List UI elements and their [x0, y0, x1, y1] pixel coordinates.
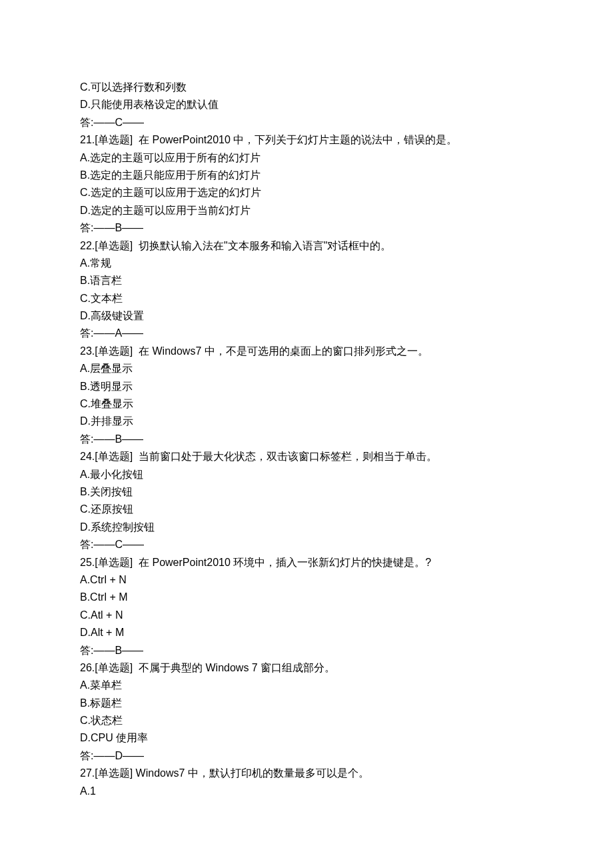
text-line: D.只能使用表格设定的默认值 — [80, 96, 533, 113]
text-line: 答:——B—— — [80, 431, 533, 448]
text-line: D.系统控制按钮 — [80, 519, 533, 536]
text-line: 22.[单选题] 切换默认输入法在"文本服务和输入语言"对话框中的。 — [80, 237, 533, 255]
text-line: B.透明显示 — [80, 378, 533, 395]
text-line: C.文本栏 — [80, 290, 533, 307]
text-line: A.层叠显示 — [80, 360, 533, 377]
text-line: 21.[单选题] 在 PowerPoint2010 中，下列关于幻灯片主题的说法… — [80, 131, 533, 149]
text-line: A.最小化按钮 — [80, 466, 533, 483]
text-line: C.可以选择行数和列数 — [80, 79, 533, 96]
text-line: 答:——A—— — [80, 325, 533, 342]
text-line: C.选定的主题可以应用于选定的幻灯片 — [80, 184, 533, 201]
text-line: 26.[单选题] 不属于典型的 Windows 7 窗口组成部分。 — [80, 659, 533, 677]
text-line: 答:——C—— — [80, 536, 533, 553]
text-line: C.堆叠显示 — [80, 395, 533, 413]
text-line: A.菜单栏 — [80, 677, 533, 694]
text-line: B.选定的主题只能应用于所有的幻灯片 — [80, 167, 533, 184]
text-line: 答:——D—— — [80, 747, 533, 765]
text-line: A.Ctrl + N — [80, 571, 533, 589]
text-line: D.并排显示 — [80, 413, 533, 430]
text-line: C.Atl + N — [80, 607, 533, 624]
document-body: C.可以选择行数和列数D.只能使用表格设定的默认值答:——C——21.[单选题]… — [80, 79, 533, 800]
text-line: A.1 — [80, 783, 533, 800]
text-line: 25.[单选题] 在 PowerPoint2010 环境中，插入一张新幻灯片的快… — [80, 554, 533, 571]
text-line: 23.[单选题] 在 Windows7 中，不是可选用的桌面上的窗口排列形式之一… — [80, 343, 533, 360]
text-line: 答:——B—— — [80, 219, 533, 237]
text-line: D.高级键设置 — [80, 307, 533, 325]
text-line: D.选定的主题可以应用于当前幻灯片 — [80, 202, 533, 219]
text-line: B.关闭按钮 — [80, 483, 533, 501]
text-line: 答:——B—— — [80, 642, 533, 659]
text-line: D.Alt + M — [80, 624, 533, 641]
text-line: A.常规 — [80, 255, 533, 272]
text-line: 答:——C—— — [80, 114, 533, 131]
text-line: 24.[单选题] 当前窗口处于最大化状态，双击该窗口标签栏，则相当于单击。 — [80, 448, 533, 465]
text-line: 27.[单选题] Windows7 中，默认打印机的数量最多可以是个。 — [80, 765, 533, 782]
text-line: A.选定的主题可以应用于所有的幻灯片 — [80, 149, 533, 167]
text-line: C.状态栏 — [80, 712, 533, 729]
text-line: B.Ctrl + M — [80, 589, 533, 606]
text-line: C.还原按钮 — [80, 501, 533, 518]
text-line: B.语言栏 — [80, 272, 533, 289]
text-line: B.标题栏 — [80, 695, 533, 712]
text-line: D.CPU 使用率 — [80, 729, 533, 747]
